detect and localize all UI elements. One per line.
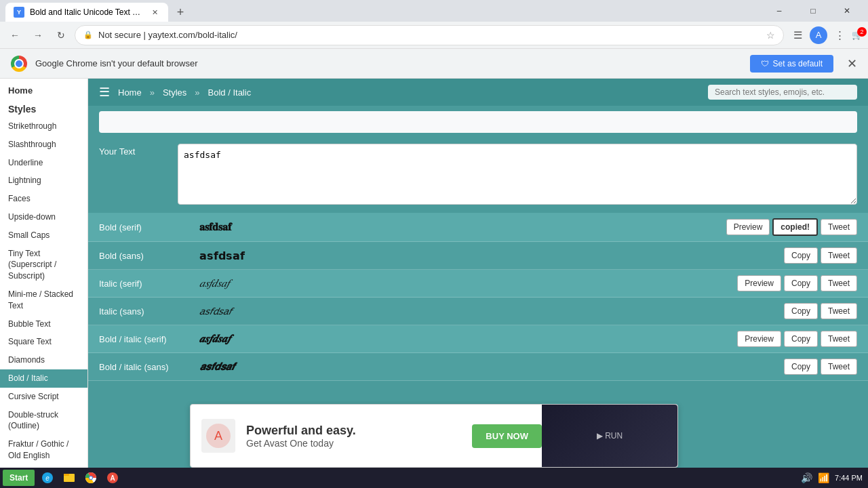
ad-title: Powerful and easy. [246,424,461,438]
tab-title: Bold and Italic Unicode Text Tool - 1... [30,7,144,17]
ad-buy-button[interactable]: BUY NOW [472,424,542,448]
style-row-italic-sans: Italic (sans) 𝘢𝘴𝘧𝘥𝘴𝘢𝘧 Copy Tweet [88,298,868,325]
title-bar: Y Bold and Italic Unicode Text Tool - 1.… [0,0,868,22]
tweet-italic-sans-button[interactable]: Tweet [821,303,857,319]
copy-italic-sans-button[interactable]: Copy [784,303,818,319]
style-actions-bold-sans: Copy Tweet [784,247,857,264]
tab-favicon: Y [14,7,24,18]
banner-close-button[interactable]: ✕ [847,56,857,71]
sidebar-item-bold-italic[interactable]: Bold / Italic [0,369,87,388]
menu-hamburger-icon[interactable]: ☰ [99,85,110,100]
banner-message: Google Chrome isn't your default browser [35,58,742,68]
svg-point-9 [90,476,92,479]
sidebar-item-small-caps[interactable]: Small Caps [0,226,87,245]
sidebar-item-diamonds[interactable]: Diamonds [0,351,87,369]
sidebar-item-double-struck[interactable]: Double-struck (Outline) [0,406,87,436]
taskbar-avast-button[interactable]: A [102,470,123,486]
top-section [99,111,857,133]
copy-bold-sans-button[interactable]: Copy [784,247,818,264]
sidebar-item-fraktur[interactable]: Fraktur / Gothic / Old English [0,435,87,465]
sidebar-item-faces[interactable]: Faces [0,190,87,208]
style-name-bold-italic-serif: Bold / italic (serif) [99,334,194,344]
lock-icon: 🔒 [83,30,93,39]
svg-text:e: e [46,474,50,482]
taskbar-network-icon[interactable]: 📶 [818,472,829,483]
style-name-italic-sans: Italic (sans) [99,306,194,317]
taskbar-items: e A [37,470,801,486]
maximize-button[interactable]: □ [797,0,829,22]
cart-button[interactable]: 🛒 2 [852,30,863,40]
default-browser-banner: Google Chrome isn't your default browser… [0,49,868,79]
sidebar-item-square-text[interactable]: Square Text [0,333,87,351]
reload-button[interactable]: ↻ [52,26,71,45]
tweet-bold-italic-sans-button[interactable]: Tweet [821,359,857,375]
sidebar-home-link[interactable]: Home [0,79,87,100]
new-tab-button[interactable]: + [171,3,190,22]
url-bar[interactable]: 🔒 Not secure | yaytext.com/bold-italic/ … [75,25,784,45]
forward-button[interactable]: → [28,26,47,45]
tab-close-button[interactable]: ✕ [149,7,160,18]
breadcrumb-styles[interactable]: Styles [163,87,186,98]
sidebar-item-upside-down[interactable]: Upside-down [0,208,87,226]
menu-button[interactable]: ⋮ [830,26,849,45]
address-bar: ← → ↻ 🔒 Not secure | yaytext.com/bold-it… [0,22,868,49]
back-button[interactable]: ← [5,26,24,45]
tweet-bold-italic-serif-button[interactable]: Tweet [821,331,857,347]
taskbar-time: 7:44 PM [835,474,863,482]
ad-text-block: Powerful and easy. Get Avast One today [246,424,461,449]
close-button[interactable]: ✕ [831,0,863,22]
breadcrumb-home[interactable]: Home [118,87,142,98]
style-row-bold-italic-sans: Bold / italic (sans) 𝙖𝙨𝙛𝙙𝙨𝙖𝙛 Copy Tweet [88,353,868,381]
profile-button[interactable]: A [810,26,827,44]
header-nav: ☰ Home » Styles » Bold / Italic [88,79,868,106]
tweet-italic-serif-button[interactable]: Tweet [821,275,857,291]
copy-bold-italic-serif-button[interactable]: Copy [784,331,818,347]
tab-area: Y Bold and Italic Unicode Text Tool - 1.… [5,0,764,22]
sidebar-item-bubble-text[interactable]: Bubble Text [0,315,87,333]
ad-animation-text: ▶ RUN [597,431,623,441]
style-preview-bold-sans: 𝗮𝘀𝗳𝗱𝘀𝗮𝗳 [199,249,778,262]
sidebar-item-mini-me[interactable]: Mini-me / Stacked Text [0,285,87,315]
search-input[interactable] [708,85,857,100]
style-actions-italic-serif: Preview Copy Tweet [737,275,857,291]
sidebar-item-slashthrough[interactable]: Slashthrough [0,136,87,154]
preview-bold-italic-serif-button[interactable]: Preview [737,331,781,347]
copy-bold-italic-sans-button[interactable]: Copy [784,359,818,375]
sidebar-item-underline[interactable]: Underline [0,154,87,172]
sidebar-item-strikethrough[interactable]: Strikethrough [0,117,87,136]
active-tab[interactable]: Y Bold and Italic Unicode Text Tool - 1.… [5,3,168,22]
style-name-italic-serif: Italic (serif) [99,279,194,289]
style-row-italic-serif: Italic (serif) 𝑎𝑠𝑓𝑑𝑠𝑎𝑓 Preview Copy Twee… [88,270,868,298]
window-controls: – □ ✕ [764,0,863,22]
sidebar-item-cursive-script[interactable]: Cursive Script [0,388,87,406]
taskbar: Start e [0,468,868,488]
copy-bold-serif-button[interactable]: copied! [772,218,818,236]
taskbar-explorer-button[interactable] [59,470,79,486]
start-button[interactable]: Start [3,470,35,486]
style-preview-italic-sans: 𝘢𝘴𝘧𝘥𝘴𝘢𝘧 [199,305,778,317]
style-row-bold-serif: Bold (serif) 𝐚𝐬𝐟𝐝𝐬𝐚𝐟 Preview copied! Twe… [88,213,868,242]
taskbar-speaker-icon[interactable]: 🔊 [801,472,812,483]
taskbar-chrome-button[interactable] [81,470,101,486]
set-as-default-button[interactable]: 🛡 Set as default [750,55,833,73]
cart-count-badge: 2 [857,27,867,37]
minimize-button[interactable]: – [764,0,795,22]
sidebar-item-tiny-text[interactable]: Tiny Text (Superscript / Subscript) [0,245,87,285]
preview-bold-serif-button[interactable]: Preview [726,219,770,235]
your-text-input[interactable]: asfdsaf [178,144,857,205]
preview-italic-serif-button[interactable]: Preview [737,275,781,291]
ad-logo: A [201,419,235,453]
copy-italic-serif-button[interactable]: Copy [784,275,818,291]
style-actions-italic-sans: Copy Tweet [784,303,857,319]
sidebar-item-lightning[interactable]: Lightning [0,171,87,190]
url-text: Not secure | yaytext.com/bold-italic/ [98,30,761,40]
extensions-button[interactable]: ☰ [788,26,807,45]
bookmark-star-icon[interactable]: ☆ [766,30,775,41]
taskbar-ie-button[interactable]: e [37,470,58,486]
tweet-bold-sans-button[interactable]: Tweet [821,247,857,264]
style-actions-bold-italic-sans: Copy Tweet [784,359,857,375]
tweet-bold-serif-button[interactable]: Tweet [821,219,857,235]
style-preview-bold-italic-sans: 𝙖𝙨𝙛𝙙𝙨𝙖𝙛 [199,361,778,373]
svg-rect-6 [64,474,69,476]
chrome-logo-icon [11,56,27,72]
